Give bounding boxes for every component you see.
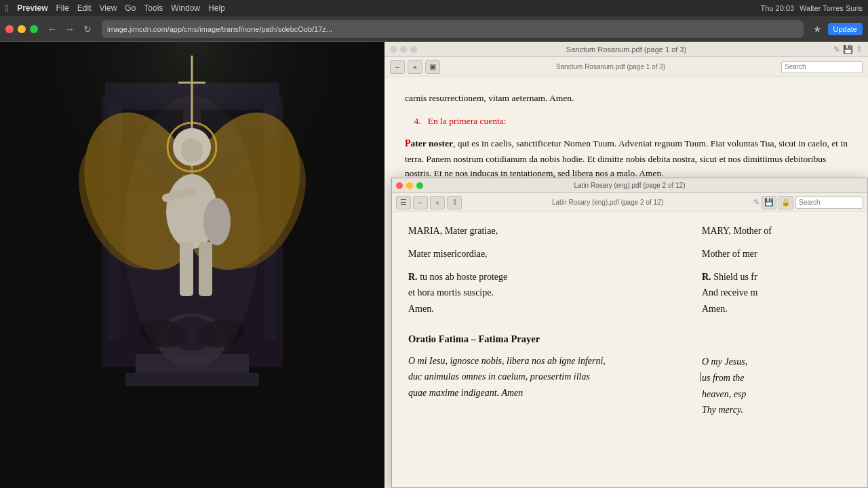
topbar-menu-go[interactable]: Go [125,3,136,13]
pdf-latin-maria-line2: Mater misericordiae, [408,246,701,262]
topbar-menu-tools[interactable]: Tools [144,3,163,13]
pdf-front-page-indicator: Latin Rosary (eng).pdf (page 2 of 12) [552,199,663,206]
mac-topbar:  Preview File Edit View Go Tools Window… [0,0,868,16]
pdf-back-ending: carnis resurrectionem, vitam aeternam. A… [405,91,848,106]
topbar-menu-file[interactable]: File [56,3,69,13]
main-area: Sanctum Rosarium.pdf (page 1 of 3) ✎ 💾 ⇧… [0,42,868,488]
minimize-icon[interactable] [400,46,407,53]
topbar-app-name: Preview [17,3,47,13]
pdf-front-right-tools: ✎ 💾 🔒 [753,196,863,209]
pdf-front-bar: Latin Rosary (eng).pdf (page 2 of 12) [392,178,867,193]
topbar-time: Thu 20:03 [761,4,795,12]
close-button[interactable] [5,25,14,33]
pdf-back-toolbar: − + ▣ Sanctum Rosarium.pdf (page 1 of 3) [384,57,868,77]
pdf-back-annotate-icon[interactable]: ✎ [833,45,840,54]
pdf-back-title: Sanctum Rosarium.pdf (page 1 of 3) [566,45,686,54]
pdf-back-fit[interactable]: ▣ [425,60,440,74]
statue-image [0,42,384,488]
mac-topbar-left:  Preview File Edit View Go Tools Window… [5,3,225,14]
pdf-front-toolbar: ☰ − + ⇧ Latin Rosary (eng).pdf (page 2 o… [392,193,867,212]
pdf-back-traffic-lights [390,46,417,53]
pdf-panels: Sanctum Rosarium.pdf (page 1 of 3) ✎ 💾 ⇧… [384,42,868,488]
pdf-front-save[interactable]: 💾 [762,196,776,209]
pdf-english-mary-line1: MARY, Mother of [702,223,851,239]
topbar-menu-view[interactable]: View [100,3,117,13]
pdf-back-zoom-in[interactable]: + [408,60,422,74]
browser-nav: ← → ↻ [45,22,95,37]
fullscreen-icon[interactable] [410,46,417,53]
pdf-front-sidebar[interactable]: ☰ [396,196,411,209]
mac-topbar-right: Thu 20:03 Walter Torres Suris [761,4,863,12]
pdf-front-traffic-lights [396,182,423,189]
back-button[interactable]: ← [45,22,60,37]
bookmark-button[interactable]: ★ [810,22,825,37]
cursor-icon [701,372,701,382]
pdf-latin-response: R. tu nos ab hoste protege et hora morti… [408,269,701,317]
browser-bar: ← → ↻ image.jimcdn.com/app/cms/image/tra… [0,16,868,42]
close-icon[interactable] [390,46,397,53]
pdf-front-search[interactable] [795,197,863,209]
pdf-back-share-icon[interactable]: ⇧ [856,45,863,54]
pdf-latin-maria-line1: MARIA, Mater gratiae, [408,223,701,239]
topbar-user: Walter Torres Suris [800,4,863,12]
pdf-front-panel: Latin Rosary (eng).pdf (page 2 of 12) ☰ … [391,178,868,488]
svg-rect-28 [0,42,384,488]
forward-button[interactable]: → [62,22,77,37]
statue-svg [0,42,384,488]
pdf-front-latin-text: MARIA, Mater gratiae, Mater misericordia… [408,223,701,401]
pdf-front-zoom-out[interactable]: − [413,196,428,209]
topbar-menu-help[interactable]: Help [208,3,225,13]
maximize-button[interactable] [30,25,38,33]
pdf-front-fullscreen[interactable] [416,182,423,189]
pdf-back-section4: 4. En la primera cuenta: [405,114,848,129]
image-panel [0,42,384,488]
pdf-back-page-indicator: Sanctum Rosarium.pdf (page 1 of 3) [556,63,665,70]
minimize-button[interactable] [18,25,26,33]
pdf-back-toolbar-icons: ✎ 💾 ⇧ [833,45,863,54]
pdf-english-mary-line2: Mother of mer [702,246,851,262]
pdf-front-english-text: MARY, Mother of Mother of mer R. Shield … [702,223,851,425]
pdf-front-close[interactable] [396,182,403,189]
pdf-front-zoom-in[interactable]: + [430,196,445,209]
pdf-back-save-icon[interactable]: 💾 [843,45,853,54]
pdf-back-window-bar: Sanctum Rosarium.pdf (page 1 of 3) ✎ 💾 ⇧ [384,42,868,57]
url-text: image.jimcdn.com/app/cms/image/transf/no… [107,25,332,33]
pdf-front-annotate-icon[interactable]: ✎ [753,198,760,207]
topbar-menu-window[interactable]: Window [171,3,200,13]
pdf-english-response: R. Shield us fr And receive m Amen. [702,269,851,317]
pdf-front-share[interactable]: ⇧ [447,196,462,209]
pdf-back-search[interactable] [781,61,863,73]
pdf-front-minimize[interactable] [406,182,413,189]
pdf-latin-fatima-prayer: O mi Iesu, ignosce nobis, libera nos ab … [408,353,701,401]
traffic-lights [5,25,38,33]
pdf-front-content: MARIA, Mater gratiae, Mater misericordia… [392,212,867,487]
pdf-front-latin-col: MARIA, Mater gratiae, Mater misericordia… [408,223,701,476]
update-button[interactable]: Update [828,23,863,35]
topbar-menu-edit[interactable]: Edit [77,3,92,13]
pdf-front-english-col: MARY, Mother of Mother of mer R. Shield … [702,223,851,476]
pdf-front-tools: ☰ − + ⇧ [396,196,462,209]
apple-icon:  [5,3,9,14]
pdf-back-zoom-out[interactable]: − [390,60,405,74]
pdf-front-lock[interactable]: 🔒 [778,196,793,209]
pdf-english-fatima-prayer: O my Jesus, us from the heaven, esp Thy … [702,354,851,418]
url-bar[interactable]: image.jimcdn.com/app/cms/image/transf/no… [102,20,804,38]
pdf-back-pater-noster: Pater noster, qui es in caelis, sanctifi… [405,136,848,181]
reload-button[interactable]: ↻ [80,22,95,37]
pdf-front-title: Latin Rosary (eng).pdf (page 2 of 12) [574,182,686,189]
pdf-latin-fatima-heading: Oratio Fatima – Fatima Prayer [408,331,701,348]
browser-actions: ★ Update [810,22,863,37]
